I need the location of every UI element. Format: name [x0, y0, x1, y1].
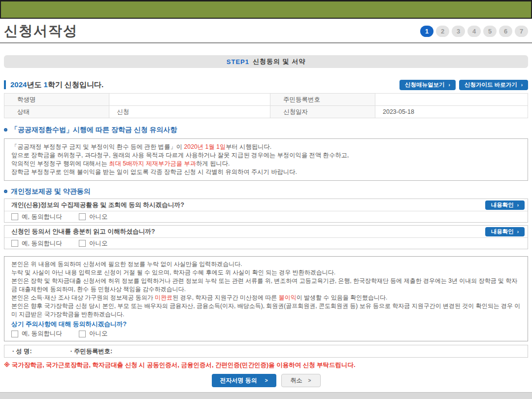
step-pill-2: 2 — [436, 26, 449, 37]
chevron-right-icon: > — [265, 378, 268, 383]
apply-date-value: 2023-05-18 — [375, 106, 528, 118]
pledge-line-4-highlight-1: 미완료 — [155, 294, 172, 301]
signature-name-label: · 성 명: — [12, 347, 32, 356]
digital-signature-agree-button[interactable]: 전자서명 동의> — [212, 374, 276, 387]
status-label: 상태 — [4, 106, 109, 118]
page-title: 신청서작성 — [4, 22, 78, 40]
consent-privacy-yes-checkbox[interactable] — [11, 213, 18, 220]
rrn-label: 주민등록번호 — [270, 94, 375, 106]
step-pill-6: 6 — [499, 26, 512, 37]
consent-privacy-no-label: 아니오 — [89, 213, 108, 221]
pledge-no-group: 아니오 — [79, 330, 108, 338]
step-pill-3: 3 — [452, 26, 465, 37]
manual-button-label: 신청매뉴얼보기 — [405, 81, 445, 89]
status-value: 신청 — [109, 106, 270, 118]
table-row: 상태 신청 신청일자 2023-05-18 — [4, 106, 528, 118]
notice-line-1: 「공공재정 부정청구 금지 및 부정이익 환수 등에 관한 법률」이 2020년… — [11, 143, 521, 151]
pledge-no-label: 아니오 — [89, 330, 108, 338]
semester-number: 1 — [44, 80, 48, 89]
view-details-label: 내용확인 — [491, 228, 514, 235]
view-details-button-guide[interactable]: 내용확인› — [485, 227, 525, 236]
notice-line-1-highlight: 2020년 1월 1일 — [184, 143, 226, 150]
certificate-warning-note: ※ 국가장학금, 국가근로장학금, 학자금대출 신청 시 공동인증서, 금융인증… — [4, 361, 528, 369]
pledge-no-checkbox[interactable] — [79, 331, 86, 337]
consent-item-guide: 신청인 동의서 안내를 충분히 읽고 이해하셨습니까? 내용확인› 예, 동의합… — [4, 225, 528, 249]
pledge-line-4-text: 본인은 소득·재산 조사 대상 가구원의 정보제공 동의가 — [11, 294, 155, 301]
step-pill-7: 7 — [515, 26, 528, 37]
consent-guide-yes-label: 예, 동의합니다 — [22, 239, 62, 248]
bottom-gray-strip — [0, 392, 532, 399]
apply-date-label: 신청일자 — [270, 106, 375, 118]
semester-year: 2024 — [10, 80, 27, 89]
notice-line-2: 앞으로 장학금을 허위청구, 과다청구, 원래의 사용 목적과 다르게 사용하거… — [11, 151, 521, 160]
notice-line-1-tail: 부터 시행됩니다. — [226, 143, 271, 150]
pledge-line-3: 본인은 장학 및 학자금대출 신청서에 허위 정보를 입력하거나 관련 정보의 … — [11, 277, 521, 294]
chevron-right-icon: › — [517, 229, 519, 234]
consent-privacy-no-checkbox[interactable] — [79, 213, 86, 220]
view-details-label: 내용확인 — [491, 201, 514, 209]
semester-mid: 년도 — [27, 80, 43, 89]
notice-line-4: 장학금 부정청구로 인해 불이익을 받는 일이 없도록 각종 장학금 신청 시 … — [11, 168, 521, 176]
notice-section-title: 「공공재정환수법」시행에 따른 장학금 신청 유의사항 — [4, 126, 528, 134]
consent-question-guide: 신청인 동의서 안내를 충분히 읽고 이해하셨습니까? — [11, 228, 155, 236]
view-details-button-privacy[interactable]: 내용확인› — [485, 200, 525, 210]
pledge-line-4-highlight-2: 불이익 — [279, 294, 297, 301]
notice-line-1-text: 「공공재정 부정청구 금지 및 부정이익 환수 등에 관한 법률」이 — [11, 143, 184, 150]
consent-section-title-text: 개인정보제공 및 약관동의 — [11, 187, 91, 196]
student-name-value — [109, 94, 270, 106]
chevron-right-icon: › — [517, 202, 519, 208]
table-row: 학생명 주민등록번호 — [4, 94, 528, 106]
notice-line-3-highlight: 최대 5배까지 제재부가금을 부과 — [109, 160, 196, 167]
signature-rrn-label: · 주민등록번호: — [70, 347, 112, 356]
applicant-info-table: 학생명 주민등록번호 상태 신청 신청일자 2023-05-18 — [4, 93, 528, 118]
page-header: 신청서작성 1 2 3 4 5 6 7 — [0, 19, 532, 43]
pledge-line-4: 본인은 소득·재산 조사 대상 가구원의 정보제공 동의가 미완료된 경우, 학… — [11, 294, 521, 302]
consent-guide-no-label: 아니오 — [89, 239, 108, 248]
consent-privacy-yes-label: 예, 동의합니다 — [22, 213, 62, 221]
pledge-yes-label: 예, 동의합니다 — [22, 330, 62, 338]
consent-guide-no-group: 아니오 — [79, 239, 108, 248]
pledge-question: 상기 주의사항에 대해 동의하시겠습니까? — [11, 320, 521, 329]
semester-title: 2024년도 1학기 신청입니다. — [4, 80, 103, 89]
chevron-right-icon: › — [449, 82, 450, 88]
manual-button[interactable]: 신청매뉴얼보기› — [399, 80, 456, 90]
consent-guide-yes-checkbox[interactable] — [11, 240, 18, 247]
consent-guide-no-checkbox[interactable] — [79, 240, 86, 247]
consent-guide-yes-group: 예, 동의합니다 — [11, 239, 62, 248]
step-pill-1: 1 — [420, 26, 433, 37]
guide-button[interactable]: 신청가이드 바로가기› — [459, 80, 528, 90]
notice-line-3-tail: 하게 됩니다. — [196, 160, 230, 167]
guide-button-label: 신청가이드 바로가기 — [465, 81, 517, 89]
pledge-line-1: 본인은 위 내용에 동의하며 신청서에 필요한 정보를 누락 없이 사실만을 입… — [11, 260, 521, 268]
pledge-yes-checkbox[interactable] — [11, 331, 18, 337]
digital-signature-agree-label: 전자서명 동의 — [220, 376, 257, 385]
student-name-label: 학생명 — [4, 94, 109, 106]
pledge-yes-group: 예, 동의합니다 — [11, 330, 62, 338]
cancel-label: 취소 — [291, 376, 302, 385]
notice-line-3-text: 악의적인 부정청구 행위에 대해서는 — [11, 160, 109, 167]
step-banner-step: STEP1 — [227, 58, 249, 66]
step-banner-label: 신청동의 및 서약 — [253, 57, 305, 66]
consent-question-privacy: 개인(신용)정보의 수집제공활용 및 조회에 동의 하시겠습니까? — [11, 201, 184, 209]
circle-bullet-icon — [4, 128, 7, 132]
cancel-button[interactable]: 취소> — [281, 374, 321, 387]
consent-item-privacy: 개인(신용)정보의 수집제공활용 및 조회에 동의 하시겠습니까? 내용확인› … — [4, 199, 528, 223]
semester-rest: 학기 신청입니다. — [48, 80, 103, 89]
chevron-right-icon: > — [308, 378, 311, 383]
notice-line-3: 악의적인 부정청구 행위에 대해서는 최대 5배까지 제재부가금을 부과하게 됩… — [11, 160, 521, 168]
rrn-value — [375, 94, 528, 106]
step-pill-5: 5 — [483, 26, 497, 37]
pledge-box: 본인은 위 내용에 동의하며 신청서에 필요한 정보를 누락 없이 사실만을 입… — [4, 256, 528, 341]
signature-box: · 성 명: · 주민등록번호: — [4, 345, 528, 358]
step-indicator: 1 2 3 4 5 6 7 — [420, 26, 528, 37]
consent-section-title: 개인정보제공 및 약관동의 — [4, 187, 528, 196]
step-pill-4: 4 — [467, 26, 481, 37]
top-banner — [0, 0, 532, 19]
consent-privacy-no-group: 아니오 — [79, 213, 108, 221]
pledge-line-4-mid: 된 경우, 학자금 지원구간 미산정에 따른 — [172, 294, 278, 301]
step-banner: STEP1 신청동의 및 서약 — [4, 55, 528, 68]
circle-bullet-icon — [4, 190, 7, 193]
chevron-right-icon: › — [521, 82, 523, 88]
notice-box: 「공공재정 부정청구 금지 및 부정이익 환수 등에 관한 법률」이 2020년… — [4, 138, 528, 181]
pledge-line-2: 누락 및 사실이 아닌 내용 입력으로 신청이 거절 될 수 있으며, 학자금 … — [11, 268, 521, 277]
